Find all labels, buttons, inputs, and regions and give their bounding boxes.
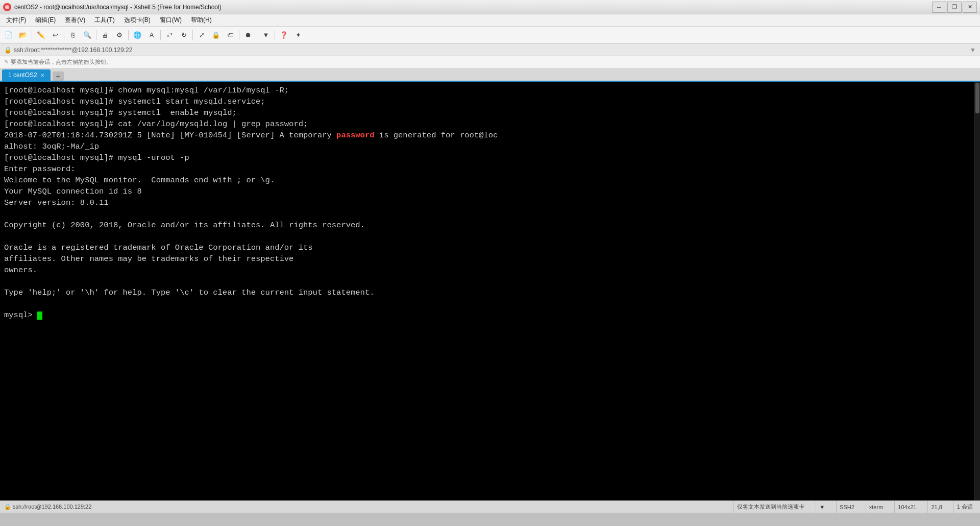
- svg-point-0: [5, 5, 9, 9]
- print-button[interactable]: 🖨: [99, 29, 112, 42]
- menu-help[interactable]: 帮助(H): [187, 15, 216, 26]
- status-term: xterm: [866, 501, 887, 513]
- new-tab-button[interactable]: +: [53, 71, 64, 81]
- title-bar-left: centOS2 - root@localhost:/usr/local/mysq…: [3, 3, 222, 11]
- hint-text: 要添加当前会话，点击左侧的箭头按钮。: [11, 58, 112, 66]
- menu-file[interactable]: 文件(F): [2, 15, 30, 26]
- menu-view[interactable]: 查看(V): [61, 15, 89, 26]
- toolbar-separator-8: [257, 30, 257, 40]
- hint-bar: ✎ 要添加当前会话，点击左侧的箭头按钮。: [0, 56, 980, 68]
- status-ssh: SSH2: [836, 501, 857, 513]
- toolbar-separator-9: [275, 30, 275, 40]
- arrow-dropdown[interactable]: ▼: [259, 29, 273, 42]
- settings-button[interactable]: ⚙: [113, 29, 126, 42]
- lock-icon: 🔒: [4, 46, 12, 54]
- status-size: 104x21: [894, 501, 919, 513]
- undo-button[interactable]: ↩: [48, 29, 62, 42]
- tab-bar: 1 centOS2 ✕ +: [0, 68, 980, 82]
- toolbar-separator-2: [64, 30, 64, 40]
- terminal-scrollbar[interactable]: [974, 82, 980, 500]
- status-sessions: 1 会话: [953, 501, 976, 513]
- status-arrow[interactable]: ▼: [816, 501, 828, 513]
- window-title: centOS2 - root@localhost:/usr/local/mysq…: [14, 4, 222, 11]
- app-icon: [3, 3, 11, 11]
- status-right: 仅将文本发送到当前选项卡 ▼ SSH2 xterm 104x21 21,8 1 …: [733, 501, 976, 513]
- terminal-output[interactable]: [root@localhost mysql]# chown mysql:mysq…: [0, 82, 974, 500]
- refresh-button[interactable]: ↻: [177, 29, 190, 42]
- menu-window[interactable]: 窗口(W): [156, 15, 186, 26]
- status-hint: 仅将文本发送到当前选项卡: [733, 501, 807, 513]
- zoom-button[interactable]: 🔍: [81, 29, 94, 42]
- restore-button[interactable]: ❐: [947, 2, 962, 13]
- new-session-button[interactable]: 📄: [2, 29, 15, 42]
- window-controls: ─ ❐ ✕: [932, 2, 977, 13]
- toolbar-separator-5: [160, 30, 161, 40]
- session-bar: 🔒 ssh://root:*************@192.168.100.1…: [0, 44, 980, 56]
- tab-label: 1 centOS2: [8, 71, 37, 79]
- scrollbar-thumb[interactable]: [975, 83, 979, 113]
- close-button[interactable]: ✕: [963, 2, 977, 13]
- title-bar: centOS2 - root@localhost:/usr/local/mysq…: [0, 0, 980, 14]
- help-button[interactable]: ❓: [277, 29, 290, 42]
- status-bar: 🔒 ssh://root@192.168.100.129:22 仅将文本发送到当…: [0, 500, 980, 513]
- terminal-area: [root@localhost mysql]# chown mysql:mysq…: [0, 82, 980, 500]
- menu-tools[interactable]: 工具(T): [90, 15, 118, 26]
- session-address: ssh://root:*************@192.168.100.129…: [14, 46, 132, 54]
- toolbar-separator-7: [239, 30, 239, 40]
- menu-tabs[interactable]: 选项卡(B): [120, 15, 155, 26]
- status-address: ssh://root@192.168.100.129:22: [13, 504, 91, 510]
- menu-edit[interactable]: 编辑(E): [31, 15, 60, 26]
- status-ssh-icon: 🔒: [4, 504, 11, 510]
- tab-centos2[interactable]: 1 centOS2 ✕: [2, 69, 51, 81]
- tab-close-icon[interactable]: ✕: [40, 73, 44, 78]
- toolbar-separator-3: [96, 30, 96, 40]
- resize-button[interactable]: ⤢: [195, 29, 208, 42]
- badge-button[interactable]: 🏷: [224, 29, 237, 42]
- copy-button[interactable]: ⎘: [66, 29, 80, 42]
- menu-bar: 文件(F) 编辑(E) 查看(V) 工具(T) 选项卡(B) 窗口(W) 帮助(…: [0, 14, 980, 27]
- font-button[interactable]: A: [145, 29, 158, 42]
- transfer-button[interactable]: ⇄: [163, 29, 176, 42]
- lock-button[interactable]: 🔒: [209, 29, 223, 42]
- status-connection: 🔒 ssh://root@192.168.100.129:22: [4, 504, 729, 510]
- session-dropdown-arrow[interactable]: ▼: [970, 46, 976, 54]
- hint-icon: ✎: [4, 59, 9, 65]
- record-button[interactable]: ⏺: [241, 29, 255, 42]
- toolbar-separator-6: [192, 30, 193, 40]
- toolbar-separator-4: [128, 30, 129, 40]
- toolbar-separator-1: [32, 30, 32, 40]
- open-button[interactable]: 📂: [16, 29, 30, 42]
- globe-button[interactable]: 🌐: [131, 29, 144, 42]
- toolbar: 📄 📂 ✏️ ↩ ⎘ 🔍 🖨 ⚙ 🌐 A ⇄ ↻ ⤢ 🔒 🏷 ⏺ ▼ ❓ ✦: [0, 27, 980, 44]
- extra-button[interactable]: ✦: [291, 29, 305, 42]
- edit-button[interactable]: ✏️: [34, 29, 47, 42]
- minimize-button[interactable]: ─: [932, 2, 946, 13]
- status-cursor: 21,8: [927, 501, 945, 513]
